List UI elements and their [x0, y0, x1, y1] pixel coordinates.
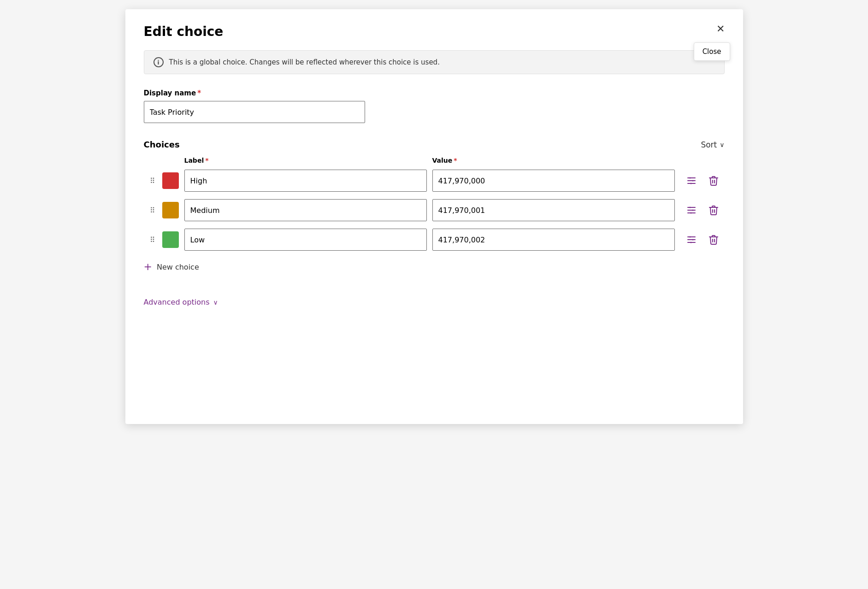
close-tooltip: Close: [694, 42, 730, 61]
color-swatch[interactable]: [162, 172, 179, 189]
choice-value-input[interactable]: [432, 170, 675, 192]
color-swatch[interactable]: [162, 231, 179, 248]
advanced-options-button[interactable]: Advanced options ∨: [144, 298, 218, 306]
advanced-options-chevron-icon: ∨: [213, 299, 218, 306]
svg-point-15: [689, 207, 691, 208]
svg-point-7: [692, 180, 693, 182]
choice-settings-button[interactable]: [680, 172, 703, 189]
svg-point-25: [692, 239, 693, 241]
new-choice-button[interactable]: + New choice: [144, 258, 199, 276]
choice-delete-button[interactable]: [703, 202, 725, 218]
choice-settings-button[interactable]: [680, 231, 703, 248]
drag-handle[interactable]: ⠿: [144, 236, 162, 244]
sort-button[interactable]: Sort ∨: [701, 140, 724, 149]
table-row: ⠿: [144, 170, 725, 192]
choice-delete-button[interactable]: [703, 231, 725, 248]
display-name-label: Display name*: [144, 89, 725, 97]
svg-point-8: [690, 183, 691, 184]
table-row: ⠿: [144, 199, 725, 221]
choice-settings-button[interactable]: [680, 202, 703, 218]
color-swatch[interactable]: [162, 202, 179, 218]
drag-handle[interactable]: ⠿: [144, 177, 162, 185]
choice-label-input[interactable]: [184, 170, 427, 192]
svg-point-6: [689, 177, 691, 179]
value-input-wrapper: [432, 229, 680, 251]
info-icon: i: [154, 57, 164, 67]
info-banner: i This is a global choice. Changes will …: [144, 50, 725, 74]
label-input-wrapper: [184, 229, 432, 251]
value-input-wrapper: [432, 170, 680, 192]
svg-point-24: [689, 236, 691, 238]
choice-label-input[interactable]: [184, 199, 427, 221]
choice-value-input[interactable]: [432, 199, 675, 221]
new-choice-plus-icon: +: [144, 262, 152, 272]
sort-chevron-icon: ∨: [720, 141, 724, 148]
info-banner-text: This is a global choice. Changes will be…: [169, 58, 440, 66]
svg-point-16: [692, 210, 693, 211]
dialog-title: Edit choice: [144, 24, 725, 39]
choice-value-input[interactable]: [432, 229, 675, 251]
display-name-input[interactable]: [144, 101, 365, 123]
choice-rows-container: ⠿: [144, 170, 725, 251]
label-column-header: Label*: [184, 157, 432, 164]
choice-delete-button[interactable]: [703, 172, 725, 189]
choices-table-header: Label* Value*: [144, 157, 725, 168]
choices-title: Choices: [144, 140, 180, 149]
label-input-wrapper: [184, 199, 432, 221]
table-row: ⠿: [144, 229, 725, 251]
choices-section-header: Choices Sort ∨: [144, 140, 725, 149]
close-button[interactable]: ✕: [714, 22, 726, 36]
svg-point-17: [690, 212, 691, 214]
choice-label-input[interactable]: [184, 229, 427, 251]
label-input-wrapper: [184, 170, 432, 192]
drag-handle[interactable]: ⠿: [144, 206, 162, 215]
display-name-required: *: [197, 89, 201, 97]
value-input-wrapper: [432, 199, 680, 221]
value-column-header: Value*: [432, 157, 680, 164]
edit-choice-dialog: Edit choice ✕ Close i This is a global c…: [125, 9, 743, 424]
svg-point-26: [690, 242, 691, 243]
